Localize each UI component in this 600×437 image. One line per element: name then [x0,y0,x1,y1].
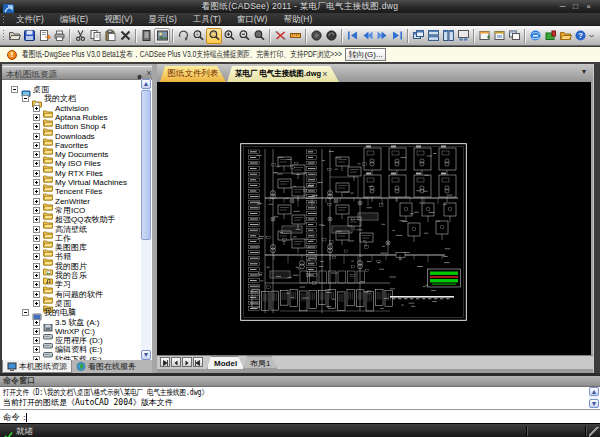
copy-button[interactable] [88,28,103,43]
expand-icon[interactable] [33,188,40,195]
help-button[interactable]: ? [573,28,588,43]
menu-item-view[interactable]: 视图(V) [96,13,140,25]
expand-icon[interactable] [33,300,40,307]
collapse-icon[interactable] [11,86,18,93]
measure-area-button[interactable] [288,28,303,43]
expand-icon[interactable] [33,235,40,242]
expand-icon[interactable] [33,328,40,335]
folder-icon [43,225,53,234]
window-switch-button[interactable] [492,28,507,43]
properties-page-button[interactable] [139,28,154,43]
expand-icon[interactable] [33,272,40,279]
expand-icon[interactable] [33,216,40,223]
zoom-out-button[interactable] [237,28,252,43]
menu-item-file[interactable]: 文件(F) [8,13,52,25]
expand-icon[interactable] [33,207,40,214]
expand-icon[interactable] [33,319,40,326]
zoom-extents-button[interactable] [191,28,206,43]
cut-button[interactable] [73,28,88,43]
expand-icon[interactable] [33,337,40,344]
paste-button[interactable] [103,28,118,43]
expand-icon[interactable] [33,346,40,353]
home-page-button[interactable] [528,28,543,43]
expand-icon[interactable] [33,123,40,130]
command-input[interactable]: 命令： [0,409,600,423]
drawing-canvas[interactable] [157,82,591,355]
zoom-window-button[interactable] [206,28,222,44]
expand-icon[interactable] [33,142,40,149]
expand-icon[interactable] [33,281,40,288]
tree-scrollbar[interactable]: ▲ ▼ [141,79,151,360]
command-scrollbar[interactable]: ▲ ▼ [589,387,599,408]
document-tab-active[interactable]: 某电厂 电气主接线图.dwg× [227,66,339,82]
menu-item-help[interactable]: 帮助(H) [275,13,320,25]
expand-icon[interactable] [33,160,40,167]
pin-icon[interactable] [135,69,144,78]
scroll-down-icon[interactable]: ▼ [141,350,151,360]
expand-icon[interactable] [33,133,40,140]
export-doc-button[interactable] [37,28,52,43]
expand-icon[interactable] [33,253,40,260]
expand-icon[interactable] [33,198,40,205]
menu-item-window[interactable]: 窗口(W) [229,13,276,25]
sidebar-tab-online-service[interactable]: 看图在线服务 [72,360,140,373]
menu-item-tools[interactable]: 工具(T) [185,13,229,25]
image-view-button[interactable] [154,28,170,44]
menu-item-edit[interactable]: 编辑(E) [52,13,96,25]
expand-icon[interactable] [33,226,40,233]
window-cascade-button[interactable] [411,28,426,43]
full-screen-button[interactable] [309,28,324,43]
menu-item-display[interactable]: 显示(S) [141,13,185,25]
resize-grip[interactable] [589,427,599,437]
copy-screen-button[interactable] [507,28,522,43]
delete-button[interactable] [118,28,133,43]
nav-next-button[interactable] [375,28,390,43]
print-button[interactable] [52,28,67,43]
collapse-icon[interactable] [22,309,29,316]
maximize-button[interactable]: □ [570,3,581,11]
nav-first-button[interactable] [345,28,360,43]
feedback-button[interactable] [543,28,558,43]
expand-icon[interactable] [33,151,40,158]
collapse-icon[interactable] [22,95,29,102]
next-sheet-button[interactable] [182,357,192,367]
zoom-locate-button[interactable] [252,28,267,43]
sheet-tab-model[interactable]: Model [207,356,244,369]
nav-prev-button[interactable] [360,28,375,43]
tab-close-icon[interactable]: × [321,70,329,78]
sheet-tab-layout[interactable]: 布局1 [243,356,277,369]
scroll-up-icon[interactable]: ▲ [141,79,151,89]
toolbar-overflow-chevron-icon[interactable] [588,28,595,43]
expand-icon[interactable] [33,244,40,251]
scroll-down-icon[interactable]: ▼ [589,399,599,408]
scroll-up-icon[interactable]: ▲ [589,387,599,396]
tab-overflow-chevron-icon[interactable]: ▼ [579,67,589,77]
open-folder-button[interactable] [558,28,573,43]
go-button[interactable]: 转向(G)... [345,48,386,61]
expand-icon[interactable] [33,263,40,270]
expand-icon[interactable] [33,291,40,298]
window-tile-horizontal-button[interactable] [426,28,441,43]
open-button[interactable] [7,28,22,43]
expand-icon[interactable] [33,105,40,112]
zoom-in-button[interactable] [222,28,237,43]
last-sheet-button[interactable] [193,357,203,367]
expand-icon[interactable] [33,179,40,186]
window-arrange-button[interactable] [456,28,471,43]
sidebar-tab-local-resources[interactable]: 本机图纸资源 [2,360,72,373]
window-new-button[interactable] [477,28,492,43]
first-sheet-button[interactable] [160,357,170,367]
document-tab-list[interactable]: 图纸文件列表 [160,66,226,82]
expand-icon[interactable] [33,170,40,177]
pan-rotate-button[interactable] [176,28,191,43]
measure-distance-button[interactable] [273,28,288,43]
background-color-button[interactable] [324,28,339,43]
expand-icon[interactable] [33,114,40,121]
window-tile-vertical-button[interactable] [441,28,456,43]
nav-last-button[interactable] [390,28,405,43]
save-button[interactable] [22,28,37,43]
scroll-thumb[interactable] [141,90,151,240]
prev-sheet-button[interactable] [171,357,181,367]
close-button[interactable]: × [583,3,594,11]
minimize-button[interactable]: ─ [557,3,568,11]
